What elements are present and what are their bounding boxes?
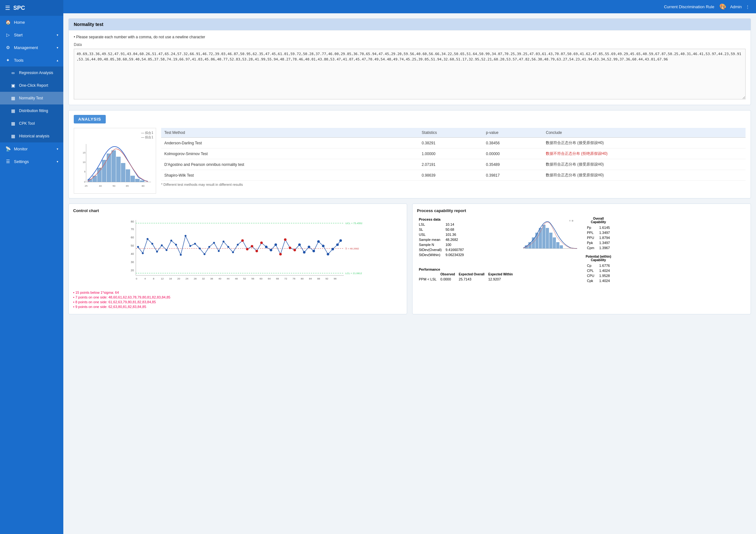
content-area: Normality test Please separate each numb… — [63, 13, 756, 534]
historical-icon: ▦ — [10, 134, 16, 139]
sidebar-item-label: One-Click Report — [19, 83, 58, 88]
proc-cap-svg: ≡ ⊕ — [519, 217, 579, 258]
sidebar-item-home[interactable]: 🏠 Home — [0, 16, 63, 29]
data-textarea[interactable]: 49.69,33.36,49.52,47.91,43.04,60.26,51.4… — [74, 49, 745, 99]
data-label: Data — [74, 42, 745, 47]
svg-text:40: 40 — [99, 185, 102, 187]
svg-point-40 — [142, 252, 144, 254]
chart-legend: — 拟合1— 拟合1 — [77, 131, 153, 140]
sidebar-item-settings[interactable]: ☰ Settings ▾ — [0, 155, 63, 168]
process-data-label: Process data — [417, 217, 466, 222]
sidebar-item-regression[interactable]: ∞ Regression Analysis — [0, 67, 63, 79]
sidebar-item-start[interactable]: ▷ Start ▾ — [0, 29, 63, 41]
svg-text:70: 70 — [131, 227, 134, 231]
more-icon[interactable]: ⋮ — [745, 4, 750, 9]
sample-mean-value: 48.2682 — [444, 237, 466, 242]
sidebar-header: ☰ SPC — [0, 0, 63, 16]
bottom-row: Control chart 80 70 60 50 40 30 20 — [68, 203, 751, 314]
svg-point-43 — [156, 251, 158, 253]
svg-point-51 — [194, 243, 196, 245]
svg-point-45 — [166, 249, 168, 251]
usl-value: 101.36 — [444, 232, 466, 237]
svg-point-81 — [336, 243, 339, 246]
svg-text:88: 88 — [317, 277, 320, 280]
sidebar-item-distribution[interactable]: ▦ Distribution fitting — [0, 104, 63, 117]
sidebar-item-label: Tools — [14, 58, 53, 63]
svg-point-73 — [298, 243, 301, 246]
analysis-cell-conclude: 数据符合正态分布 (接受原假设H0) — [543, 138, 745, 148]
sidebar-item-cpk[interactable]: ▦ CPK Tool — [0, 117, 63, 130]
alert-1: 15 points below 1*sigma: 64 — [73, 291, 402, 294]
usl-label: USL — [417, 232, 444, 237]
sidebar-item-oneclickreport[interactable]: ▣ One-Click Report — [0, 79, 63, 92]
svg-text:20: 20 — [177, 277, 180, 280]
svg-rect-13 — [140, 180, 144, 182]
normality-test-title: Normality test — [69, 19, 751, 30]
cpl-value: 1.4024 — [596, 268, 611, 273]
svg-text:≡ ⊕: ≡ ⊕ — [569, 219, 574, 222]
svg-text:LCL = 21.0812: LCL = 21.0812 — [345, 272, 362, 275]
overall-capability-label: OverallCapability — [586, 217, 611, 224]
chevron-down-icon: ▾ — [57, 147, 58, 151]
analysis-cell-pvalue: 0.39817 — [483, 170, 543, 181]
analysis-results-table: Test Method Statistics p-value Conclude … — [161, 128, 745, 186]
svg-text:32: 32 — [202, 277, 205, 280]
cpm-value: 1.3967 — [596, 245, 611, 251]
ppm-lsl-observed: 0.0000 — [439, 277, 457, 282]
ppk-value: 1.3497 — [596, 240, 611, 245]
svg-point-46 — [170, 240, 172, 242]
normality-icon: ▦ — [10, 95, 16, 101]
svg-text:60: 60 — [131, 236, 134, 239]
ppm-lsl-exp-within: 12.9207 — [486, 277, 515, 282]
svg-rect-8 — [116, 157, 121, 182]
svg-point-69 — [279, 253, 282, 255]
sidebar-item-label: Regression Analysis — [19, 70, 58, 75]
svg-text:UCL = 75.4552: UCL = 75.4552 — [345, 222, 363, 225]
sidebar-item-monitor[interactable]: 📡 Monitor ▾ — [0, 143, 63, 155]
svg-text:10: 10 — [83, 161, 86, 164]
svg-point-44 — [161, 244, 163, 246]
stdev-overall-value: 9.41660787 — [444, 247, 466, 252]
sidebar-item-normality[interactable]: ▦ Normality Test — [0, 92, 63, 104]
hint-text: Please separate each number with a comma… — [74, 35, 745, 39]
svg-rect-3 — [93, 176, 97, 182]
process-data-table: Process data LSL10.14 SL50.68 USL101.36 … — [417, 217, 515, 283]
svg-rect-9 — [121, 163, 125, 182]
control-chart-area: 80 70 60 50 40 30 20 UCL = 75.4552 — [73, 217, 402, 287]
svg-point-61 — [241, 239, 244, 242]
svg-point-71 — [289, 247, 291, 249]
sidebar-item-historical[interactable]: ▦ Historical analysis — [0, 130, 63, 143]
home-icon: 🏠 — [5, 20, 11, 25]
analysis-cell-method: Shapiro-Wilk Test — [161, 170, 418, 181]
analysis-content: — 拟合1— 拟合1 — [74, 128, 745, 194]
lsl-value: 10.14 — [444, 222, 466, 227]
analysis-cell-conclude: 数据符合正态分布 (接受原假设H0) — [543, 170, 745, 181]
analysis-cell-statistics: 0.38291 — [418, 138, 483, 148]
sidebar-item-label: CPK Tool — [19, 121, 58, 126]
col-pvalue: p-value — [483, 128, 543, 138]
palette-icon[interactable]: 🎨 — [719, 3, 726, 10]
svg-text:50: 50 — [131, 244, 134, 247]
chevron-down-icon: ▾ — [57, 160, 58, 163]
ppm-lsl-label: PPM < LSL — [417, 277, 439, 282]
analysis-cell-statistics: 1.00000 — [418, 148, 483, 159]
sidebar-item-management[interactable]: ⚙ Management ▾ — [0, 41, 63, 54]
cp-value: 1.6776 — [596, 263, 611, 268]
svg-point-52 — [199, 248, 201, 250]
svg-point-77 — [317, 240, 320, 243]
svg-text:30: 30 — [131, 260, 134, 264]
stdev-overall-label: StDev(Overall) — [417, 247, 444, 252]
ppu-label: PPU — [586, 235, 597, 240]
hamburger-icon[interactable]: ☰ — [5, 4, 10, 12]
svg-text:5: 5 — [84, 170, 86, 173]
svg-point-80 — [332, 248, 334, 251]
sidebar-item-tools[interactable]: ✦ Tools ▴ — [0, 54, 63, 67]
control-chart-svg: 80 70 60 50 40 30 20 UCL = 75.4552 — [73, 217, 402, 286]
lsl-label: LSL — [417, 222, 444, 227]
tools-submenu: ∞ Regression Analysis ▣ One-Click Report… — [0, 67, 63, 143]
svg-point-65 — [260, 242, 263, 244]
alert-2: 7 points on one side: 48,60,61,62,63,78,… — [73, 295, 402, 299]
perf-header-exp-within: Expected Within — [486, 272, 515, 277]
analysis-note: * Different test methods may result in d… — [161, 183, 745, 186]
distribution-icon: ▦ — [10, 108, 16, 113]
